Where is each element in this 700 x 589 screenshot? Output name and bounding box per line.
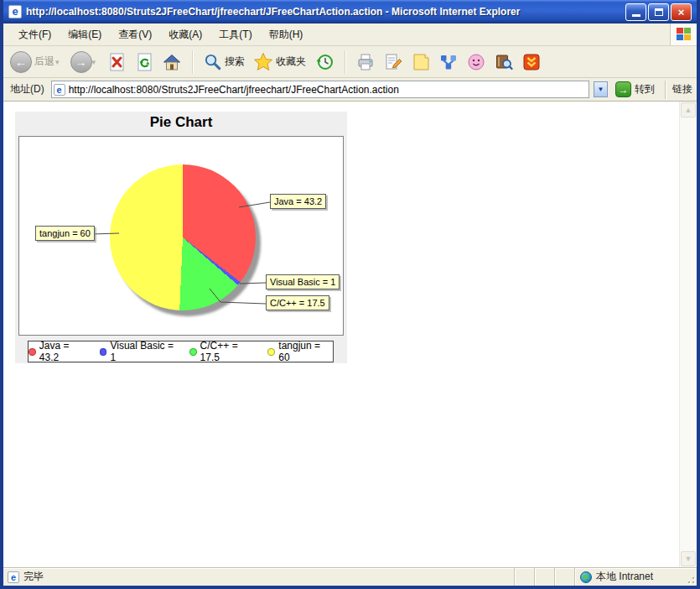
toolbar-separator bbox=[345, 50, 345, 74]
window-title: http://localhost:8080/Struts2JFreeChart/… bbox=[26, 6, 625, 18]
history-icon bbox=[314, 52, 334, 72]
download-icon bbox=[521, 52, 542, 72]
messenger-icon bbox=[438, 52, 459, 72]
toolbar: ← 后退 ▾ → ▾ 搜索 收藏夹 bbox=[3, 46, 697, 78]
favorites-star-icon bbox=[253, 52, 273, 72]
scroll-up-button[interactable]: ▲ bbox=[681, 102, 696, 117]
ie-page-icon: e bbox=[54, 84, 65, 96]
flashget-button[interactable] bbox=[520, 50, 543, 74]
search-icon bbox=[203, 52, 222, 71]
search-label: 搜索 bbox=[225, 55, 245, 69]
minimize-button[interactable] bbox=[625, 3, 646, 21]
edit-button[interactable] bbox=[381, 50, 405, 74]
pie-callout-label: Java = 43.2 bbox=[270, 194, 326, 209]
chart-title: Pie Chart bbox=[15, 114, 347, 131]
close-icon: × bbox=[678, 6, 685, 18]
scroll-down-icon: ▼ bbox=[685, 555, 692, 563]
legend-color-icon bbox=[267, 348, 275, 356]
legend-label: Java = 43.2 bbox=[39, 340, 91, 363]
title-bar[interactable]: e http://localhost:8080/Struts2JFreeChar… bbox=[3, 0, 697, 23]
chevron-down-icon: ▼ bbox=[598, 86, 604, 93]
menu-help[interactable]: 帮助(H) bbox=[261, 24, 312, 45]
maximize-button[interactable] bbox=[648, 3, 669, 21]
legend-item: Java = 43.2 bbox=[29, 340, 91, 363]
resize-grip[interactable] bbox=[683, 568, 697, 586]
address-input[interactable]: e http://localhost:8080/Struts2JFreeChar… bbox=[51, 81, 589, 98]
status-bar: e 完毕 本地 Intranet bbox=[3, 567, 697, 586]
home-button[interactable] bbox=[160, 50, 184, 74]
vertical-scrollbar[interactable]: ▲ ▼ bbox=[679, 102, 697, 567]
windows-logo-panel bbox=[670, 23, 697, 45]
close-button[interactable]: × bbox=[671, 3, 692, 21]
plot-area: Java = 43.2Visual Basic = 1C/C++ = 17.5t… bbox=[18, 136, 344, 336]
maximize-icon bbox=[655, 8, 663, 16]
pie-chart-image: Pie Chart Java = 43.2Visual Basic = 1C/C… bbox=[15, 112, 347, 363]
page-content: Pie Chart Java = 43.2Visual Basic = 1C/C… bbox=[3, 102, 697, 567]
chart-legend: Java = 43.2Visual Basic = 1C/C++ = 17.5t… bbox=[28, 341, 334, 362]
pie bbox=[110, 164, 256, 310]
pie-callout-label: tangjun = 60 bbox=[35, 226, 95, 241]
forward-button[interactable]: → ▾ bbox=[69, 50, 101, 75]
back-label: 后退 bbox=[34, 55, 54, 69]
security-zone-pane: 本地 Intranet bbox=[574, 568, 683, 586]
menu-bar: 文件(F) 编辑(E) 查看(V) 收藏(A) 工具(T) 帮助(H) bbox=[3, 23, 697, 46]
qq-button[interactable] bbox=[464, 50, 488, 74]
menu-edit[interactable]: 编辑(E) bbox=[60, 24, 110, 45]
address-separator bbox=[665, 81, 666, 99]
pie-callout-label: C/C++ = 17.5 bbox=[266, 295, 329, 310]
forward-dropdown-icon[interactable]: ▾ bbox=[92, 58, 96, 66]
stop-button[interactable] bbox=[105, 50, 128, 74]
refresh-icon bbox=[134, 52, 154, 72]
legend-label: tangjun = 60 bbox=[278, 340, 333, 363]
go-arrow-icon: → bbox=[615, 81, 631, 97]
go-label: 转到 bbox=[635, 82, 655, 96]
security-zone-label: 本地 Intranet bbox=[596, 570, 653, 584]
favorites-label: 收藏夹 bbox=[276, 55, 306, 69]
toolbar-separator bbox=[192, 50, 193, 74]
menu-favorites[interactable]: 收藏(A) bbox=[160, 24, 210, 45]
links-label[interactable]: 链接 bbox=[672, 82, 692, 96]
history-button[interactable] bbox=[313, 50, 336, 74]
search-button[interactable]: 搜索 bbox=[201, 50, 247, 73]
legend-item: Visual Basic = 1 bbox=[100, 340, 180, 363]
messenger-button[interactable] bbox=[437, 50, 460, 74]
legend-item: C/C++ = 17.5 bbox=[189, 340, 259, 363]
address-dropdown-button[interactable]: ▼ bbox=[594, 81, 608, 97]
back-dropdown-icon[interactable]: ▾ bbox=[55, 58, 60, 66]
minimize-icon bbox=[632, 14, 640, 17]
legend-color-icon bbox=[100, 348, 107, 356]
pie-callout-label: Visual Basic = 1 bbox=[266, 274, 340, 289]
status-text: 完毕 bbox=[23, 570, 44, 584]
back-button[interactable]: ← 后退 ▾ bbox=[8, 50, 65, 75]
edit-icon bbox=[383, 52, 403, 72]
refresh-button[interactable] bbox=[132, 50, 156, 74]
book-search-icon bbox=[494, 52, 514, 72]
status-pane bbox=[514, 568, 534, 586]
scroll-up-icon: ▲ bbox=[685, 106, 692, 114]
browser-window: e http://localhost:8080/Struts2JFreeChar… bbox=[0, 0, 700, 589]
qq-face-icon bbox=[466, 52, 486, 72]
legend-color-icon bbox=[189, 348, 197, 356]
forward-icon: → bbox=[70, 51, 92, 73]
scroll-down-button[interactable]: ▼ bbox=[681, 551, 696, 566]
intranet-globe-icon bbox=[580, 571, 592, 583]
favorites-button[interactable]: 收藏夹 bbox=[251, 50, 309, 74]
windows-logo-icon bbox=[677, 28, 692, 41]
note-icon bbox=[411, 52, 431, 72]
research-button[interactable] bbox=[492, 50, 516, 74]
legend-color-icon bbox=[29, 348, 36, 356]
menu-file[interactable]: 文件(F) bbox=[10, 24, 60, 45]
stop-icon bbox=[106, 52, 127, 72]
go-button[interactable]: → 转到 bbox=[612, 81, 658, 98]
print-icon bbox=[355, 52, 376, 72]
status-page-icon: e bbox=[8, 571, 19, 583]
menu-tools[interactable]: 工具(T) bbox=[210, 24, 260, 45]
home-icon bbox=[162, 52, 182, 72]
note-button[interactable] bbox=[409, 50, 433, 74]
menu-view[interactable]: 查看(V) bbox=[110, 24, 160, 45]
print-button[interactable] bbox=[354, 50, 377, 74]
legend-item: tangjun = 60 bbox=[267, 340, 333, 363]
address-label: 地址(D) bbox=[8, 82, 47, 96]
address-bar: 地址(D) e http://localhost:8080/Struts2JFr… bbox=[3, 78, 697, 102]
status-pane bbox=[534, 568, 554, 586]
